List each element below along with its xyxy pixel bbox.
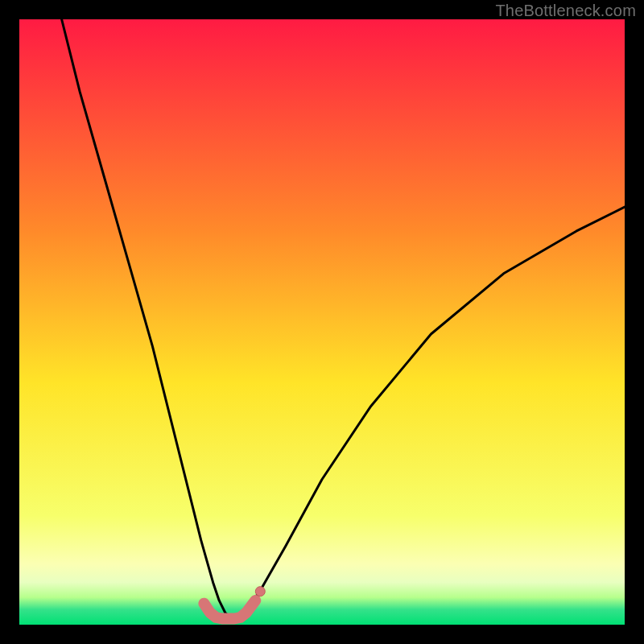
chart-svg <box>19 19 625 625</box>
attribution-watermark: TheBottleneck.com <box>495 2 636 20</box>
chart-frame <box>19 19 625 625</box>
gradient-background <box>19 19 625 625</box>
marker-dot <box>255 587 265 597</box>
bottom-marker-dots <box>255 587 265 597</box>
